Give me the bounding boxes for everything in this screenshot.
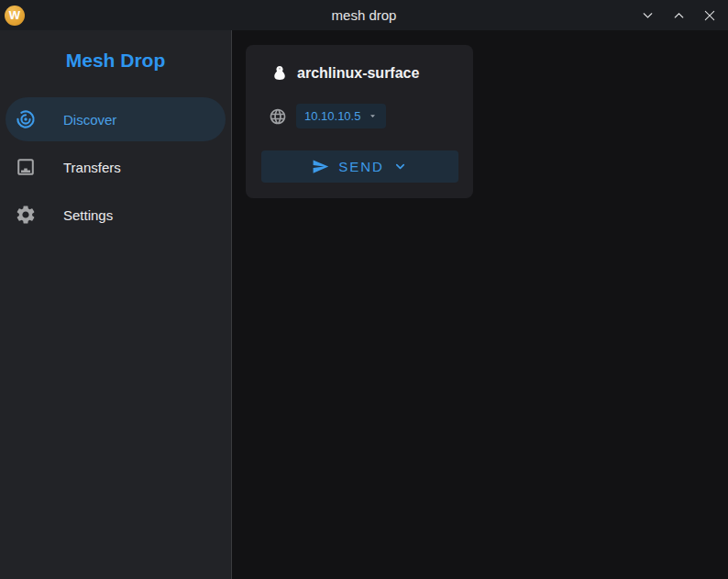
sidebar-item-label: Discover xyxy=(63,112,116,128)
caret-down-icon xyxy=(368,111,378,121)
sidebar: Mesh Drop Discover Transfers xyxy=(0,30,232,579)
device-card: archlinux-surface 10.10.10.5 SEND xyxy=(246,45,473,198)
chevron-down-icon xyxy=(393,160,407,173)
close-button[interactable] xyxy=(700,6,719,25)
sidebar-item-label: Transfers xyxy=(63,160,121,175)
linux-penguin-icon xyxy=(270,64,289,83)
sidebar-item-transfers[interactable]: Transfers xyxy=(6,145,226,189)
gear-icon xyxy=(15,204,37,226)
ip-row: 10.10.10.5 xyxy=(269,104,473,128)
sidebar-nav: Discover Transfers Settings xyxy=(0,97,231,237)
minimize-button[interactable] xyxy=(638,6,656,25)
radar-icon xyxy=(15,108,37,130)
ip-address-dropdown[interactable]: 10.10.10.5 xyxy=(296,104,386,128)
app-title: Mesh Drop xyxy=(0,49,231,72)
window-title: mesh drop xyxy=(0,7,728,23)
titlebar: W mesh drop xyxy=(0,0,728,30)
ip-address-value: 10.10.10.5 xyxy=(304,109,360,123)
device-name: archlinux-surface xyxy=(297,65,419,82)
send-icon xyxy=(312,158,329,175)
sidebar-item-settings[interactable]: Settings xyxy=(6,193,226,237)
app-body: Mesh Drop Discover Transfers xyxy=(0,30,728,579)
dock-icon xyxy=(15,156,37,178)
send-button[interactable]: SEND xyxy=(261,150,458,183)
sidebar-item-label: Settings xyxy=(63,207,113,223)
device-header: archlinux-surface xyxy=(270,64,473,83)
send-button-label: SEND xyxy=(338,159,384,174)
discover-panel: archlinux-surface 10.10.10.5 SEND xyxy=(232,30,728,579)
chevron-down-icon xyxy=(640,7,656,23)
chevron-up-icon xyxy=(671,7,687,23)
maximize-button[interactable] xyxy=(669,6,688,25)
window-controls xyxy=(638,6,719,25)
globe-icon xyxy=(269,107,287,126)
close-icon xyxy=(702,8,717,23)
sidebar-item-discover[interactable]: Discover xyxy=(6,97,226,141)
app-logo-icon: W xyxy=(5,6,25,26)
